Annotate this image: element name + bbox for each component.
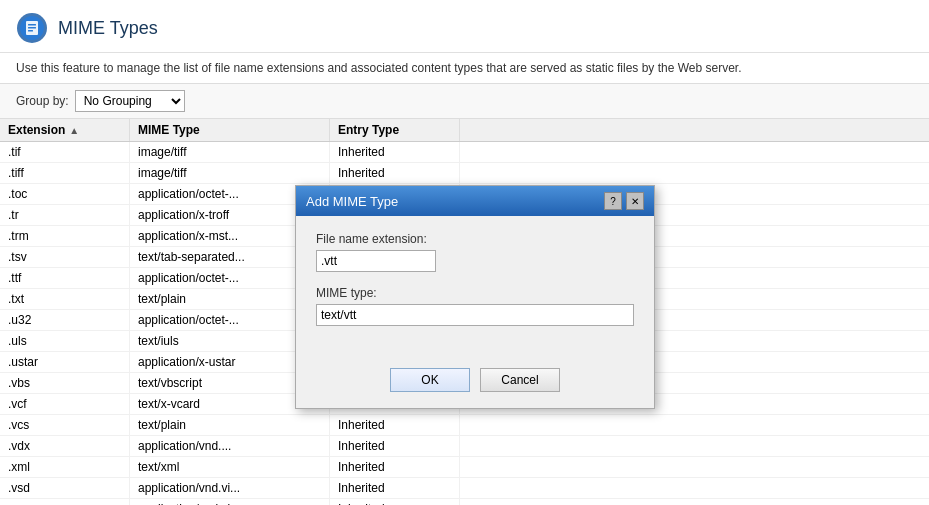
table-header: Extension ▲ MIME Type Entry Type xyxy=(0,119,929,142)
cell-mime: application/vnd.vi... xyxy=(130,499,330,505)
cell-extra xyxy=(460,163,929,183)
cell-extra xyxy=(460,142,929,162)
dialog-close-button[interactable]: ✕ xyxy=(626,192,644,210)
table-row[interactable]: .tif image/tiff Inherited xyxy=(0,142,929,163)
table-row[interactable]: .vsd application/vnd.vi... Inherited xyxy=(0,478,929,499)
cell-entry: Inherited xyxy=(330,457,460,477)
cell-mime: text/plain xyxy=(130,415,330,435)
sort-icon: ▲ xyxy=(69,125,79,136)
dialog-body: File name extension: MIME type: xyxy=(296,216,654,356)
cell-mime: image/tiff xyxy=(130,163,330,183)
cell-entry: Inherited xyxy=(330,163,460,183)
cell-extension: .toc xyxy=(0,184,130,204)
toolbar: Group by: No Grouping Entry Type xyxy=(0,83,929,119)
col-mime-type[interactable]: MIME Type xyxy=(130,119,330,141)
col-extra xyxy=(460,119,929,141)
groupby-label: Group by: xyxy=(16,94,69,108)
cell-extension: .ustar xyxy=(0,352,130,372)
cell-extra xyxy=(460,415,929,435)
mime-type-label: MIME type: xyxy=(316,286,634,300)
groupby-select[interactable]: No Grouping Entry Type xyxy=(75,90,185,112)
cell-extension: .txt xyxy=(0,289,130,309)
cell-mime: application/vnd.vi... xyxy=(130,478,330,498)
cell-mime: image/tiff xyxy=(130,142,330,162)
add-mime-dialog[interactable]: Add MIME Type ? ✕ File name extension: M… xyxy=(295,185,655,409)
dialog-titlebar: Add MIME Type ? ✕ xyxy=(296,186,654,216)
svg-rect-4 xyxy=(28,27,36,29)
table-row[interactable]: .vcs text/plain Inherited xyxy=(0,415,929,436)
svg-rect-3 xyxy=(28,24,36,26)
mime-type-field: MIME type: xyxy=(316,286,634,326)
table-row[interactable]: .tiff image/tiff Inherited xyxy=(0,163,929,184)
col-entry-type[interactable]: Entry Type xyxy=(330,119,460,141)
file-ext-field: File name extension: xyxy=(316,232,634,272)
cell-extra xyxy=(460,457,929,477)
dialog-buttons: OK Cancel xyxy=(296,356,654,408)
file-ext-input[interactable] xyxy=(316,250,436,272)
cell-extension: .u32 xyxy=(0,310,130,330)
mime-type-input[interactable] xyxy=(316,304,634,326)
table-row[interactable]: .vdx application/vnd.... Inherited xyxy=(0,436,929,457)
file-ext-label: File name extension: xyxy=(316,232,634,246)
cell-extra xyxy=(460,478,929,498)
mime-types-icon xyxy=(16,12,48,44)
page-header: MIME Types xyxy=(0,0,929,53)
dialog-titlebar-buttons: ? ✕ xyxy=(604,192,644,210)
cancel-button[interactable]: Cancel xyxy=(480,368,560,392)
cell-extra xyxy=(460,436,929,456)
ok-button[interactable]: OK xyxy=(390,368,470,392)
cell-extension: .vbs xyxy=(0,373,130,393)
cell-extra xyxy=(460,499,929,505)
cell-extension: .ttf xyxy=(0,268,130,288)
cell-extension: .vcf xyxy=(0,394,130,414)
col-extension[interactable]: Extension ▲ xyxy=(0,119,130,141)
cell-entry: Inherited xyxy=(330,142,460,162)
dialog-title: Add MIME Type xyxy=(306,194,398,209)
svg-rect-5 xyxy=(28,30,33,32)
cell-extension: .vcs xyxy=(0,415,130,435)
table-row[interactable]: .xml text/xml Inherited xyxy=(0,457,929,478)
cell-mime: text/xml xyxy=(130,457,330,477)
cell-extension: .tsv xyxy=(0,247,130,267)
cell-extension: .tr xyxy=(0,205,130,225)
cell-extension: .tif xyxy=(0,142,130,162)
cell-extension: .trm xyxy=(0,226,130,246)
dialog-help-button[interactable]: ? xyxy=(604,192,622,210)
cell-entry: Inherited xyxy=(330,415,460,435)
cell-entry: Inherited xyxy=(330,478,460,498)
cell-extension: .vdx xyxy=(0,436,130,456)
page-title: MIME Types xyxy=(58,18,158,39)
cell-entry: Inherited xyxy=(330,436,460,456)
cell-extension: .uls xyxy=(0,331,130,351)
cell-mime: application/vnd.... xyxy=(130,436,330,456)
cell-extension: .xml xyxy=(0,457,130,477)
cell-extension: .vss xyxy=(0,499,130,505)
cell-entry: Inherited xyxy=(330,499,460,505)
table-row[interactable]: .vss application/vnd.vi... Inherited xyxy=(0,499,929,505)
page-description: Use this feature to manage the list of f… xyxy=(0,53,929,83)
cell-extension: .tiff xyxy=(0,163,130,183)
cell-extension: .vsd xyxy=(0,478,130,498)
